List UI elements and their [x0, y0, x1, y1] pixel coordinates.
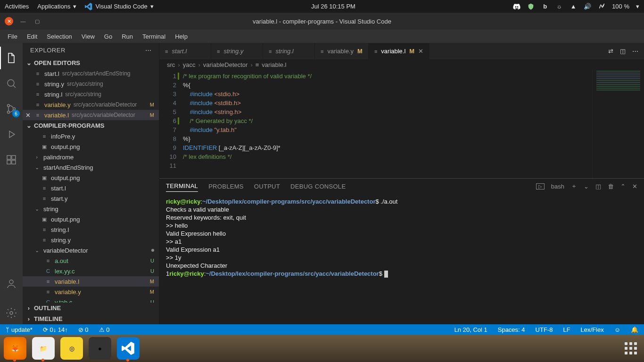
folder-item[interactable]: ›palindrome [23, 152, 159, 162]
battery-icon[interactable]: 🗲 [598, 3, 605, 10]
firefox-app-icon[interactable]: 🦊 [4, 337, 26, 360]
file-item[interactable]: Clex.yy.cU [23, 266, 159, 276]
window-close-button[interactable]: ✕ [5, 17, 13, 25]
file-item[interactable]: ≡string.y [23, 235, 159, 245]
cursor-position[interactable]: Ln 20, Col 1 [453, 326, 489, 333]
menu-go[interactable]: Go [99, 31, 117, 42]
show-applications-button[interactable] [621, 339, 640, 358]
breadcrumb-item[interactable]: variableDetector [203, 61, 248, 68]
shield-icon[interactable] [527, 3, 535, 10]
folder-item[interactable]: ⌄variableDetector [23, 245, 159, 255]
files-app-icon[interactable]: 📁 [32, 337, 55, 360]
editor-tab[interactable]: ≡string.l [263, 43, 315, 59]
warnings-status[interactable]: ⚠ 0 [97, 326, 112, 333]
open-editor-item[interactable]: ≡variable.ysrc/yacc/variableDetectorM [23, 99, 159, 110]
search-view-icon[interactable] [0, 72, 23, 95]
eol-status[interactable]: LF [561, 326, 572, 333]
terminal[interactable]: ricky@ricky:~/Desktop/lex/compiler-progr… [159, 194, 644, 324]
minimap[interactable] [592, 70, 644, 178]
panel-tab-terminal[interactable]: TERMINAL [166, 181, 198, 192]
active-app-indicator[interactable]: Visual Studio Code ▾ [85, 3, 153, 10]
panel-tab-output[interactable]: OUTPUT [254, 181, 280, 192]
open-editor-item[interactable]: ≡string.ysrc/yacc/string [23, 79, 159, 89]
language-status[interactable]: Lex/Flex [579, 326, 606, 333]
code-content[interactable]: /* lex program for recognition of valid … [183, 70, 644, 178]
project-header[interactable]: ⌄COMPILER-PROGRAMS [23, 120, 159, 131]
file-item[interactable]: ≡variable.lM [23, 276, 159, 287]
open-editors-header[interactable]: ⌄OPEN EDITORS [23, 58, 159, 68]
network-icon[interactable]: ▲ [570, 3, 577, 10]
folder-item[interactable]: ⌄string [23, 204, 159, 214]
activities-button[interactable]: Activities [5, 3, 29, 10]
git-sync[interactable]: ⟳ 0↓ 14↑ [41, 326, 70, 333]
file-item[interactable]: ≡start.y [23, 193, 159, 204]
explorer-view-icon[interactable] [0, 47, 23, 69]
window-minimize-button[interactable]: — [19, 17, 27, 25]
encoding-status[interactable]: UTF-8 [534, 326, 555, 333]
indentation-status[interactable]: Spaces: 4 [496, 326, 527, 333]
more-icon[interactable]: ⋯ [632, 48, 638, 55]
file-item[interactable]: ≡a.outU [23, 255, 159, 266]
trash-icon[interactable]: 🗑 [608, 183, 614, 190]
file-item[interactable]: ▣output.png [23, 173, 159, 183]
breadcrumb[interactable]: src› yacc› variableDetector› ≡variable.l [159, 59, 644, 70]
chevron-down-icon[interactable]: ▾ [636, 3, 639, 10]
file-item[interactable]: Cy.tab.cU [23, 297, 159, 303]
breadcrumb-item[interactable]: yacc [183, 61, 196, 68]
errors-status[interactable]: ⊘ 0 [76, 326, 91, 333]
extensions-view-icon[interactable] [0, 148, 23, 171]
app-icon[interactable]: ● [89, 337, 111, 360]
feedback-icon[interactable]: ☺ [612, 326, 622, 333]
applications-menu[interactable]: Applications▾ [37, 3, 76, 10]
menu-view[interactable]: View [77, 31, 99, 42]
open-editor-item[interactable]: ≡string.lsrc/yacc/string [23, 89, 159, 99]
split-editor-icon[interactable]: ◫ [620, 48, 626, 55]
more-icon[interactable]: ⋯ [145, 47, 152, 54]
menu-help[interactable]: Help [170, 31, 192, 42]
settings-icon[interactable] [0, 302, 23, 324]
chevron-down-icon[interactable]: ⌄ [584, 183, 589, 190]
datetime[interactable]: Jul 26 10:15 PM [311, 3, 355, 10]
window-maximize-button[interactable]: ▢ [33, 17, 41, 25]
file-item[interactable]: ≡infoPre.y [23, 131, 159, 141]
editor-tab[interactable]: ≡string.y [211, 43, 263, 59]
menu-edit[interactable]: Edit [22, 31, 42, 42]
rhythmbox-app-icon[interactable]: ◎ [60, 337, 83, 360]
git-branch[interactable]: ᛘ update* [4, 326, 34, 333]
bing-icon[interactable]: b [541, 3, 549, 10]
close-panel-icon[interactable]: ✕ [632, 183, 637, 190]
timeline-header[interactable]: ›TIMELINE [23, 313, 159, 324]
accounts-icon[interactable] [0, 272, 23, 295]
code-editor[interactable]: 1234567891011 /* lex program for recogni… [159, 70, 644, 178]
scm-view-icon[interactable]: 6 [0, 98, 23, 120]
brightness-icon[interactable]: ☼ [555, 3, 563, 10]
launch-profile-icon[interactable]: ▷ [536, 183, 545, 189]
new-terminal-icon[interactable]: ＋ [571, 182, 577, 190]
bell-icon[interactable]: 🔔 [629, 326, 640, 333]
menu-selection[interactable]: Selection [42, 31, 76, 42]
file-item[interactable]: ▣output.png [23, 214, 159, 224]
editor-tab[interactable]: ≡start.l [159, 43, 211, 59]
panel-tab-debug[interactable]: DEBUG CONSOLE [290, 181, 346, 192]
menu-run[interactable]: Run [117, 31, 138, 42]
debug-view-icon[interactable] [0, 123, 23, 146]
volume-icon[interactable]: 🔊 [584, 3, 591, 10]
file-item[interactable]: ▣output.png [23, 141, 159, 152]
editor-tab[interactable]: ≡variable.yM [315, 43, 369, 59]
editor-tab[interactable]: ≡variable.lM✕ [369, 43, 429, 59]
panel-tab-problems[interactable]: PROBLEMS [208, 181, 244, 192]
menu-terminal[interactable]: Terminal [138, 31, 170, 42]
discord-icon[interactable] [513, 3, 520, 10]
breadcrumb-item[interactable]: variable.l [262, 61, 286, 68]
vscode-app-icon[interactable] [117, 337, 140, 360]
breadcrumb-item[interactable]: src [167, 61, 175, 68]
menu-file[interactable]: File [3, 31, 22, 42]
maximize-panel-icon[interactable]: ⌃ [620, 183, 626, 190]
file-item[interactable]: ≡variable.yM [23, 287, 159, 297]
file-item[interactable]: ≡string.l [23, 224, 159, 235]
shell-label[interactable]: bash [551, 183, 564, 190]
folder-item[interactable]: ⌄startAndEndString [23, 162, 159, 173]
outline-header[interactable]: ›OUTLINE [23, 303, 159, 313]
open-editor-item[interactable]: ≡start.lsrc/yacc/startAndEndString [23, 68, 159, 79]
split-terminal-icon[interactable]: ◫ [595, 183, 601, 190]
